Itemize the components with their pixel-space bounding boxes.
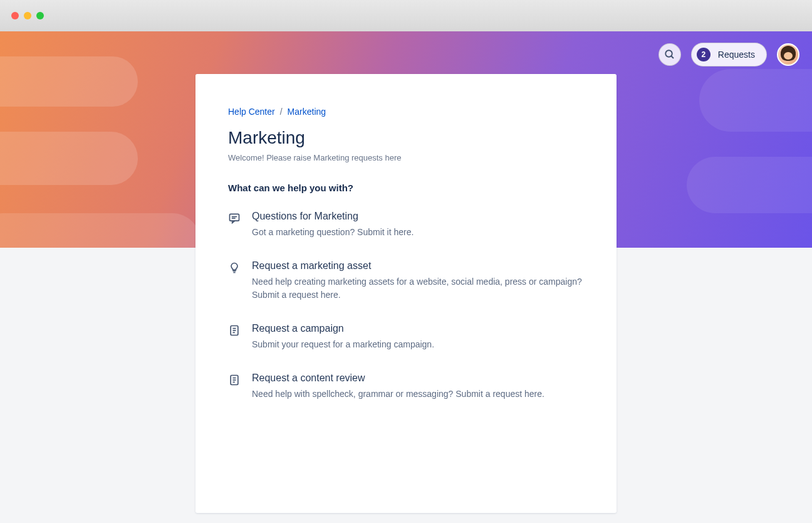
search-icon <box>664 49 675 60</box>
request-content: Request a content review Need help with … <box>252 372 584 401</box>
request-types-list: Questions for Marketing Got a marketing … <box>228 211 584 401</box>
lightbulb-icon <box>228 262 241 274</box>
request-content: Questions for Marketing Got a marketing … <box>252 211 584 239</box>
decorative-shape <box>687 157 812 213</box>
request-description: Need help creating marketing assets for … <box>252 275 584 302</box>
request-description: Need help with spellcheck, grammar or me… <box>252 388 584 401</box>
svg-point-0 <box>665 50 672 57</box>
document-icon <box>228 324 241 337</box>
window-close-button[interactable] <box>11 12 19 19</box>
request-type-campaign[interactable]: Request a campaign Submit your request f… <box>228 323 584 351</box>
user-avatar[interactable] <box>777 43 799 66</box>
request-title: Questions for Marketing <box>252 211 584 222</box>
requests-label: Requests <box>718 50 755 60</box>
requests-count-badge: 2 <box>697 48 710 61</box>
request-content: Request a marketing asset Need help crea… <box>252 260 584 302</box>
window-titlebar <box>0 0 812 31</box>
breadcrumb: Help Center / Marketing <box>228 107 584 117</box>
document-icon <box>228 374 241 386</box>
breadcrumb-separator: / <box>280 107 283 117</box>
main-content-card: Help Center / Marketing Marketing Welcom… <box>195 74 617 513</box>
search-button[interactable] <box>658 43 681 66</box>
request-title: Request a content review <box>252 372 584 384</box>
request-type-questions[interactable]: Questions for Marketing Got a marketing … <box>228 211 584 239</box>
decorative-shape <box>0 132 138 185</box>
decorative-shape <box>699 69 812 132</box>
chat-icon <box>228 212 241 225</box>
request-title: Request a marketing asset <box>252 260 584 272</box>
page-title: Marketing <box>228 128 584 148</box>
window-minimize-button[interactable] <box>24 12 31 19</box>
breadcrumb-current-link[interactable]: Marketing <box>288 107 326 117</box>
svg-line-1 <box>671 56 674 58</box>
page-subtitle: Welcome! Please raise Marketing requests… <box>228 153 584 162</box>
requests-button[interactable]: 2 Requests <box>691 43 767 66</box>
svg-rect-2 <box>230 214 239 221</box>
decorative-shape <box>0 56 138 107</box>
decorative-shape <box>0 213 200 248</box>
request-content: Request a campaign Submit your request f… <box>252 323 584 351</box>
request-description: Submit your request for a marketing camp… <box>252 338 584 351</box>
request-type-content-review[interactable]: Request a content review Need help with … <box>228 372 584 401</box>
request-type-marketing-asset[interactable]: Request a marketing asset Need help crea… <box>228 260 584 302</box>
breadcrumb-root-link[interactable]: Help Center <box>228 107 275 117</box>
request-title: Request a campaign <box>252 323 584 334</box>
top-bar: 2 Requests <box>658 43 799 66</box>
request-description: Got a marketing question? Submit it here… <box>252 226 584 239</box>
section-heading: What can we help you with? <box>228 182 584 193</box>
window-maximize-button[interactable] <box>36 12 44 19</box>
